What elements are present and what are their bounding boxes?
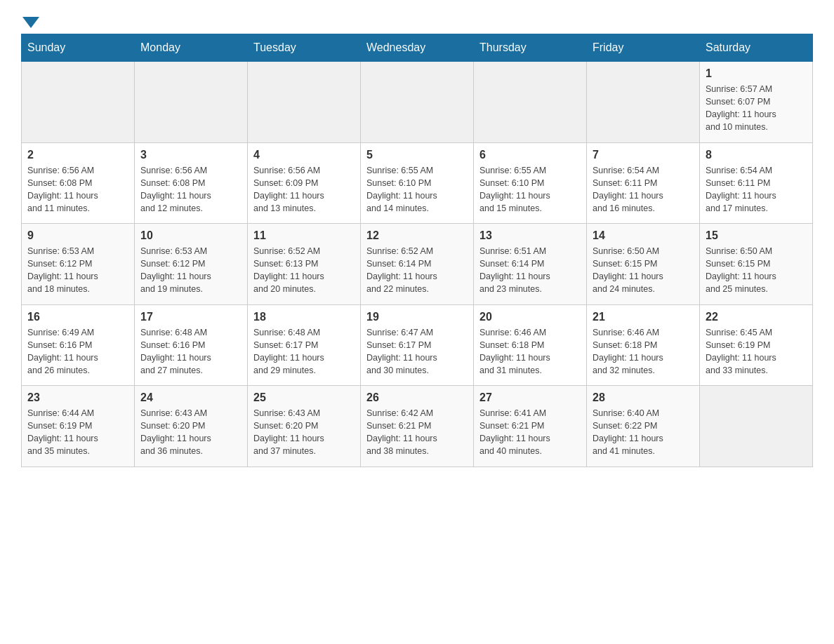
day-info: Sunrise: 6:41 AM Sunset: 6:21 PM Dayligh…: [479, 407, 581, 458]
calendar-cell: 20Sunrise: 6:46 AM Sunset: 6:18 PM Dayli…: [474, 304, 587, 386]
day-number: 25: [253, 391, 355, 404]
day-info: Sunrise: 6:43 AM Sunset: 6:20 PM Dayligh…: [140, 407, 241, 458]
day-number: 20: [479, 311, 581, 323]
day-number: 12: [366, 229, 468, 242]
weekday-header-saturday: Saturday: [700, 34, 813, 62]
calendar-cell: 22Sunrise: 6:45 AM Sunset: 6:19 PM Dayli…: [700, 304, 813, 386]
calendar-week-row: 2Sunrise: 6:56 AM Sunset: 6:08 PM Daylig…: [22, 142, 813, 224]
day-info: Sunrise: 6:54 AM Sunset: 6:11 PM Dayligh…: [706, 164, 807, 215]
day-number: 11: [253, 229, 355, 242]
calendar-cell: 12Sunrise: 6:52 AM Sunset: 6:14 PM Dayli…: [361, 224, 474, 305]
day-number: 18: [253, 311, 355, 323]
day-number: 3: [140, 149, 241, 161]
day-number: 22: [706, 311, 807, 323]
calendar-week-row: 23Sunrise: 6:44 AM Sunset: 6:19 PM Dayli…: [22, 386, 813, 467]
day-info: Sunrise: 6:44 AM Sunset: 6:19 PM Dayligh…: [27, 407, 128, 458]
day-number: 9: [27, 229, 128, 242]
day-number: 5: [366, 149, 468, 161]
calendar-cell: 19Sunrise: 6:47 AM Sunset: 6:17 PM Dayli…: [361, 304, 474, 386]
weekday-header-wednesday: Wednesday: [361, 34, 474, 62]
day-info: Sunrise: 6:51 AM Sunset: 6:14 PM Dayligh…: [479, 245, 581, 296]
calendar-week-row: 1Sunrise: 6:57 AM Sunset: 6:07 PM Daylig…: [22, 62, 813, 143]
calendar-cell: 9Sunrise: 6:53 AM Sunset: 6:12 PM Daylig…: [22, 224, 135, 305]
day-number: 14: [593, 229, 694, 242]
calendar-cell: 13Sunrise: 6:51 AM Sunset: 6:14 PM Dayli…: [474, 224, 587, 305]
day-info: Sunrise: 6:48 AM Sunset: 6:16 PM Dayligh…: [140, 326, 241, 377]
day-number: 8: [706, 149, 807, 161]
day-number: 7: [593, 149, 694, 161]
day-number: 28: [593, 391, 694, 404]
day-number: 19: [366, 311, 468, 323]
calendar-cell: [361, 62, 474, 143]
calendar-cell: [248, 62, 361, 143]
day-info: Sunrise: 6:56 AM Sunset: 6:09 PM Dayligh…: [253, 164, 355, 215]
calendar-cell: 25Sunrise: 6:43 AM Sunset: 6:20 PM Dayli…: [248, 386, 361, 467]
calendar-week-row: 9Sunrise: 6:53 AM Sunset: 6:12 PM Daylig…: [22, 224, 813, 305]
day-number: 2: [27, 149, 128, 161]
calendar-cell: [22, 62, 135, 143]
calendar-cell: 21Sunrise: 6:46 AM Sunset: 6:18 PM Dayli…: [587, 304, 700, 386]
weekday-header-friday: Friday: [587, 34, 700, 62]
calendar-cell: [587, 62, 700, 143]
calendar-cell: 10Sunrise: 6:53 AM Sunset: 6:12 PM Dayli…: [135, 224, 248, 305]
calendar-cell: 6Sunrise: 6:55 AM Sunset: 6:10 PM Daylig…: [474, 142, 587, 224]
day-info: Sunrise: 6:55 AM Sunset: 6:10 PM Dayligh…: [366, 164, 468, 215]
logo-arrow-icon: [22, 17, 39, 28]
day-info: Sunrise: 6:55 AM Sunset: 6:10 PM Dayligh…: [479, 164, 581, 215]
day-info: Sunrise: 6:54 AM Sunset: 6:11 PM Dayligh…: [593, 164, 694, 215]
weekday-header-thursday: Thursday: [474, 34, 587, 62]
day-number: 23: [27, 391, 128, 404]
calendar-cell: 27Sunrise: 6:41 AM Sunset: 6:21 PM Dayli…: [474, 386, 587, 467]
day-info: Sunrise: 6:53 AM Sunset: 6:12 PM Dayligh…: [27, 245, 128, 296]
calendar-cell: 23Sunrise: 6:44 AM Sunset: 6:19 PM Dayli…: [22, 386, 135, 467]
calendar-cell: 28Sunrise: 6:40 AM Sunset: 6:22 PM Dayli…: [587, 386, 700, 467]
calendar-cell: 3Sunrise: 6:56 AM Sunset: 6:08 PM Daylig…: [135, 142, 248, 224]
day-number: 21: [593, 311, 694, 323]
day-info: Sunrise: 6:57 AM Sunset: 6:07 PM Dayligh…: [706, 83, 807, 134]
day-info: Sunrise: 6:53 AM Sunset: 6:12 PM Dayligh…: [140, 245, 241, 296]
weekday-header-row: SundayMondayTuesdayWednesdayThursdayFrid…: [22, 34, 813, 62]
day-info: Sunrise: 6:42 AM Sunset: 6:21 PM Dayligh…: [366, 407, 468, 458]
day-info: Sunrise: 6:45 AM Sunset: 6:19 PM Dayligh…: [706, 326, 807, 377]
day-number: 15: [706, 229, 807, 242]
day-info: Sunrise: 6:47 AM Sunset: 6:17 PM Dayligh…: [366, 326, 468, 377]
day-info: Sunrise: 6:50 AM Sunset: 6:15 PM Dayligh…: [706, 245, 807, 296]
day-info: Sunrise: 6:49 AM Sunset: 6:16 PM Dayligh…: [27, 326, 128, 377]
calendar-cell: 8Sunrise: 6:54 AM Sunset: 6:11 PM Daylig…: [700, 142, 813, 224]
day-info: Sunrise: 6:56 AM Sunset: 6:08 PM Dayligh…: [27, 164, 128, 215]
day-number: 13: [479, 229, 581, 242]
day-number: 1: [706, 67, 807, 80]
day-info: Sunrise: 6:52 AM Sunset: 6:14 PM Dayligh…: [366, 245, 468, 296]
calendar-cell: 17Sunrise: 6:48 AM Sunset: 6:16 PM Dayli…: [135, 304, 248, 386]
day-number: 27: [479, 391, 581, 404]
calendar-cell: [700, 386, 813, 467]
weekday-header-monday: Monday: [135, 34, 248, 62]
day-info: Sunrise: 6:48 AM Sunset: 6:17 PM Dayligh…: [253, 326, 355, 377]
calendar-table: SundayMondayTuesdayWednesdayThursdayFrid…: [21, 34, 813, 467]
calendar-cell: 24Sunrise: 6:43 AM Sunset: 6:20 PM Dayli…: [135, 386, 248, 467]
calendar-cell: 1Sunrise: 6:57 AM Sunset: 6:07 PM Daylig…: [700, 62, 813, 143]
calendar-cell: [135, 62, 248, 143]
day-number: 24: [140, 391, 241, 404]
calendar-cell: 7Sunrise: 6:54 AM Sunset: 6:11 PM Daylig…: [587, 142, 700, 224]
calendar-cell: 16Sunrise: 6:49 AM Sunset: 6:16 PM Dayli…: [22, 304, 135, 386]
day-info: Sunrise: 6:43 AM Sunset: 6:20 PM Dayligh…: [253, 407, 355, 458]
page-header: [21, 14, 813, 27]
calendar-cell: 14Sunrise: 6:50 AM Sunset: 6:15 PM Dayli…: [587, 224, 700, 305]
day-info: Sunrise: 6:52 AM Sunset: 6:13 PM Dayligh…: [253, 245, 355, 296]
day-info: Sunrise: 6:40 AM Sunset: 6:22 PM Dayligh…: [593, 407, 694, 458]
day-info: Sunrise: 6:46 AM Sunset: 6:18 PM Dayligh…: [479, 326, 581, 377]
day-number: 17: [140, 311, 241, 323]
day-info: Sunrise: 6:56 AM Sunset: 6:08 PM Dayligh…: [140, 164, 241, 215]
day-number: 6: [479, 149, 581, 161]
day-number: 26: [366, 391, 468, 404]
calendar-cell: 11Sunrise: 6:52 AM Sunset: 6:13 PM Dayli…: [248, 224, 361, 305]
calendar-cell: [474, 62, 587, 143]
day-number: 10: [140, 229, 241, 242]
logo: [21, 14, 39, 27]
calendar-cell: 15Sunrise: 6:50 AM Sunset: 6:15 PM Dayli…: [700, 224, 813, 305]
calendar-cell: 5Sunrise: 6:55 AM Sunset: 6:10 PM Daylig…: [361, 142, 474, 224]
day-number: 16: [27, 311, 128, 323]
day-info: Sunrise: 6:50 AM Sunset: 6:15 PM Dayligh…: [593, 245, 694, 296]
day-info: Sunrise: 6:46 AM Sunset: 6:18 PM Dayligh…: [593, 326, 694, 377]
